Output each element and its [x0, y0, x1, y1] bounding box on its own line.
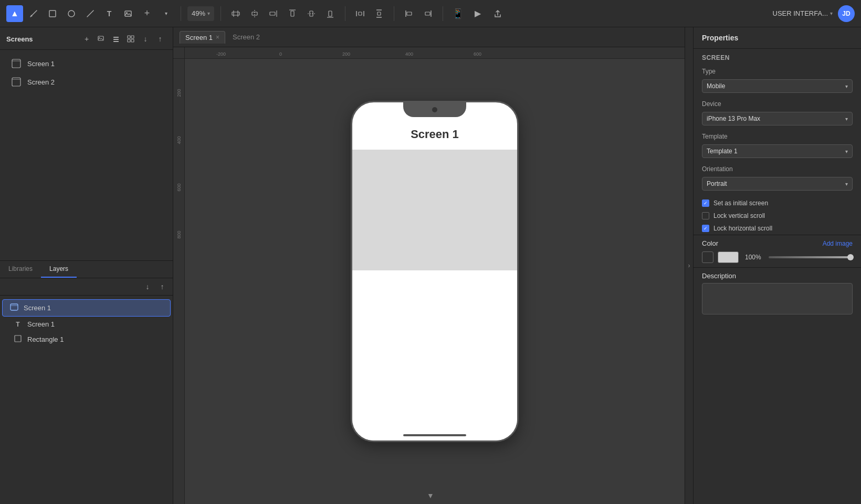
layer-screen1[interactable]: Screen 1 [2, 299, 171, 317]
play-btn[interactable]: ▶ [469, 5, 486, 22]
layer-rect1[interactable]: Rectangle 1 [2, 332, 171, 347]
align-top-tool[interactable] [284, 5, 301, 22]
add-image-btn[interactable]: Add image [823, 240, 853, 247]
device-label: Device [702, 100, 733, 108]
phone-container: Screen 1 428 x 926 [351, 101, 519, 442]
phone-frame[interactable]: Screen 1 [351, 101, 519, 442]
layer-move-down[interactable]: ↓ [141, 280, 154, 293]
color-swatch-empty[interactable] [702, 251, 713, 263]
right-panel: Properties Screen Type Mobile ▾ Device i… [693, 27, 861, 504]
panel-collapse-arrow[interactable]: › [685, 27, 693, 504]
template-dropdown[interactable]: Template 1 ▾ [702, 144, 853, 158]
description-label: Description [702, 272, 853, 280]
add-dropdown[interactable]: ▾ [158, 5, 174, 22]
align-h-tool[interactable] [227, 5, 244, 22]
screen-item-2[interactable]: Screen 2 [3, 73, 170, 91]
type-dropdown[interactable]: Mobile ▾ [702, 79, 853, 93]
template-dropdown-row: Template 1 ▾ [694, 143, 861, 162]
pen-tool[interactable] [25, 5, 42, 22]
screens-sort-down[interactable]: ↓ [139, 33, 152, 45]
screen-list: Screen 1 Screen 2 [0, 50, 173, 260]
device-row: Device [694, 97, 861, 111]
tab-layers[interactable]: Layers [41, 261, 77, 278]
opacity-slider-handle [847, 254, 854, 260]
orientation-dropdown[interactable]: Portrait ▾ [702, 177, 853, 191]
properties-header: Properties [694, 27, 861, 49]
canvas-tab-screen1[interactable]: Screen 1 × [180, 31, 225, 44]
screens-grid-toggle[interactable] [124, 33, 137, 45]
share-btn[interactable] [489, 5, 506, 22]
device-preview-btn[interactable]: 📱 [449, 5, 466, 22]
svg-rect-21 [359, 12, 362, 15]
screen-item-1[interactable]: Screen 1 [3, 55, 170, 72]
type-dropdown-row: Mobile ▾ [694, 78, 861, 97]
template-chevron: ▾ [845, 149, 848, 154]
screen-2-thumb [10, 76, 22, 88]
ruler-v-mark-400: 400 [176, 136, 182, 144]
add-screen-image-btn[interactable] [95, 33, 108, 45]
svg-rect-41 [15, 335, 21, 342]
ruler-v-mark-200: 200 [176, 89, 182, 97]
ruler-corner [173, 47, 185, 59]
user-avatar[interactable]: JD [838, 5, 855, 22]
rect-tool[interactable] [44, 5, 61, 22]
center-h-tool[interactable] [246, 5, 263, 22]
image-tool[interactable] [120, 5, 136, 22]
screens-title: Screens [6, 35, 33, 43]
align-right-tool[interactable] [265, 5, 282, 22]
line-tool[interactable] [82, 5, 99, 22]
align-left-edge[interactable] [401, 5, 417, 22]
lock-horizontal-label: Lock horizontal scroll [713, 225, 772, 232]
lock-horizontal-checkbox[interactable] [702, 225, 709, 232]
text-tool[interactable]: T [101, 5, 118, 22]
canvas-bottom-arrow[interactable]: ▼ [427, 491, 434, 500]
distribute-h-tool[interactable] [352, 5, 369, 22]
canvas-tab-screen2[interactable]: Screen 2 [227, 31, 265, 43]
layer-move-up[interactable]: ↑ [156, 280, 169, 293]
type-chevron: ▾ [845, 83, 848, 89]
center-v-tool[interactable] [303, 5, 320, 22]
canvas-tab-screen1-close[interactable]: × [216, 34, 219, 41]
description-section: Description [694, 267, 861, 320]
ruler-mark-600: 600 [474, 51, 481, 57]
layer-rect1-icon [13, 335, 23, 344]
distribute-v-tool[interactable] [371, 5, 387, 22]
opacity-slider[interactable] [769, 256, 853, 258]
zoom-control[interactable]: 49% ▾ [187, 6, 214, 21]
device-dropdown[interactable]: iPhone 13 Pro Max ▾ [702, 112, 853, 125]
align-right-edge[interactable] [419, 5, 436, 22]
layer-text1-label: Screen 1 [27, 320, 55, 328]
add-tool[interactable]: + [139, 5, 155, 22]
lock-vertical-checkbox[interactable] [702, 212, 709, 219]
ruler-v-mark-600: 600 [176, 183, 182, 191]
ellipse-tool[interactable] [63, 5, 80, 22]
select-tool[interactable]: ▲ [6, 5, 23, 22]
svg-point-2 [68, 10, 75, 17]
description-textarea[interactable] [702, 283, 853, 314]
collapse-icon: › [688, 262, 690, 269]
toolbar: ▲ T + ▾ 49% ▾ [0, 0, 861, 27]
orientation-row: Orientation [694, 162, 861, 176]
color-swatch-gray[interactable] [718, 251, 739, 263]
align-bottom-tool[interactable] [322, 5, 339, 22]
screen-2-label: Screen 2 [27, 78, 55, 86]
phone-gray-block [352, 150, 517, 270]
initial-screen-checkbox[interactable] [702, 200, 709, 207]
tab-libraries[interactable]: Libraries [0, 261, 41, 278]
canvas-tabs: Screen 1 × Screen 2 [173, 27, 685, 47]
layer-rect1-label: Rectangle 1 [27, 335, 64, 343]
layer-text1[interactable]: T Screen 1 [2, 317, 171, 331]
phone-bottom-bar [403, 434, 466, 436]
canvas-tab-screen2-label: Screen 2 [233, 33, 260, 41]
left-panel: Screens + ↓ ↑ Screen [0, 27, 173, 504]
phone-white-block [352, 270, 517, 440]
add-screen-btn[interactable]: + [80, 33, 93, 45]
canvas-tab-screen1-label: Screen 1 [185, 34, 213, 41]
initial-screen-row: Set as initial screen [694, 197, 861, 209]
svg-line-3 [87, 10, 93, 17]
svg-rect-6 [232, 12, 239, 15]
screens-list-toggle[interactable] [110, 33, 122, 45]
project-name-display[interactable]: USER INTERFA... ▾ [773, 9, 833, 17]
screens-sort-up[interactable]: ↑ [154, 33, 166, 45]
tool-group: ▲ T + ▾ [6, 5, 174, 22]
